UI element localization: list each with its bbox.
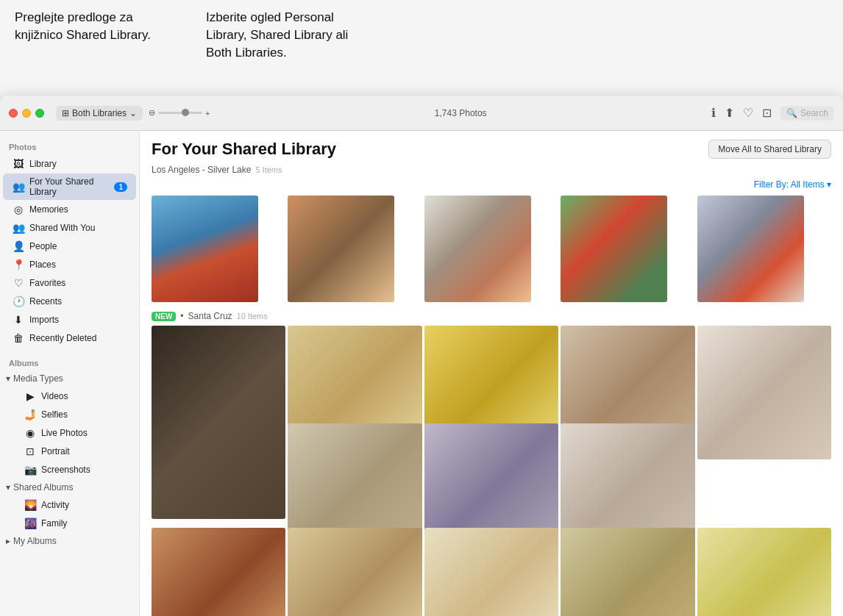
- search-icon: 🔍: [786, 108, 797, 118]
- videos-icon: ▶: [24, 390, 37, 402]
- imports-icon: ⬇: [12, 314, 25, 326]
- screenshots-icon: 📷: [24, 464, 37, 476]
- sidebar-item-memories[interactable]: ◎ Memories: [3, 201, 136, 218]
- photo-cell[interactable]: [697, 528, 831, 616]
- zoom-out-icon[interactable]: ⊖: [149, 108, 155, 118]
- portrait-icon: ⊡: [24, 445, 37, 457]
- places-icon: 📍: [12, 259, 25, 271]
- photo-area: For Your Shared Library Move All to Shar…: [140, 131, 843, 616]
- chevron-right-icon: ▸: [6, 536, 10, 546]
- photo-cell[interactable]: [288, 196, 394, 302]
- sidebar-shared-albums-group[interactable]: ▾ Shared Albums: [0, 479, 139, 495]
- zoom-slider[interactable]: [158, 112, 202, 114]
- sidebar-label-activity: Activity: [41, 500, 127, 510]
- heart-icon[interactable]: ♡: [743, 106, 753, 120]
- family-icon: 🌆: [24, 517, 37, 529]
- sidebar-label-favorites: Favorites: [29, 278, 127, 288]
- photo-cell[interactable]: [152, 196, 258, 302]
- sidebar-label-videos: Videos: [41, 391, 127, 401]
- section2-count: 10 Items: [237, 312, 268, 320]
- info-icon[interactable]: ℹ: [711, 106, 716, 120]
- sidebar-item-screenshots[interactable]: 📷 Screenshots: [3, 461, 136, 479]
- search-placeholder: Search: [800, 108, 828, 118]
- photo-cell[interactable]: [152, 528, 285, 616]
- shared-library-badge: 1: [114, 182, 127, 192]
- library-selector[interactable]: ⊞ Both Libraries ⌄: [56, 106, 143, 121]
- close-button[interactable]: [9, 109, 18, 118]
- tooltip-area: Preglejte predloge za knjižnico Shared L…: [0, 0, 843, 96]
- sidebar-item-favorites[interactable]: ♡ Favorites: [3, 274, 136, 292]
- selfies-icon: 🤳: [24, 409, 37, 420]
- search-bar[interactable]: 🔍 Search: [780, 106, 834, 121]
- sidebar-item-videos[interactable]: ▶ Videos: [3, 387, 136, 405]
- sidebar-label-family: Family: [41, 518, 127, 529]
- zoom-thumb: [182, 109, 189, 116]
- sidebar-item-places[interactable]: 📍 Places: [3, 256, 136, 273]
- app-window: ⊞ Both Libraries ⌄ ⊖ + 1,743 Photos ℹ ⬆ …: [0, 96, 843, 616]
- shared-with-you-icon: 👥: [12, 222, 25, 234]
- photo-cell[interactable]: [152, 326, 285, 519]
- sidebar-media-types-group[interactable]: ▾ Media Types: [0, 370, 139, 387]
- sidebar-label-people: People: [29, 241, 127, 251]
- photos-section-title: Photos: [0, 137, 139, 154]
- photo-cell[interactable]: [288, 528, 422, 616]
- sidebar-label-places: Places: [29, 259, 127, 270]
- sidebar-item-activity[interactable]: 🌄 Activity: [3, 496, 136, 514]
- chevron-down-icon: ⌄: [129, 108, 137, 118]
- toolbar-right: ℹ ⬆ ♡ ⊡ 🔍 Search: [711, 106, 834, 121]
- sidebar-item-library[interactable]: 🖼 Library: [3, 155, 136, 173]
- sidebar-item-recently-deleted[interactable]: 🗑 Recently Deleted: [3, 329, 136, 347]
- page-title: For Your Shared Library: [152, 140, 336, 159]
- tooltip-right: Izberite ogled Personal Library, Shared …: [206, 9, 368, 87]
- photo-cell[interactable]: [697, 196, 804, 302]
- my-albums-label: My Albums: [13, 536, 57, 546]
- sidebar-label-library: Library: [29, 159, 127, 169]
- sidebar-item-shared-with-you[interactable]: 👥 Shared With You: [3, 219, 136, 237]
- sidebar-item-selfies[interactable]: 🤳 Selfies: [3, 406, 136, 423]
- filter-bar[interactable]: Filter By: All Items ▾: [152, 179, 831, 190]
- section1-label: Los Angeles - Silver Lake 5 Items: [152, 165, 831, 175]
- activity-icon: 🌄: [24, 499, 37, 511]
- zoom-control: ⊖ +: [149, 108, 210, 118]
- library-icon: 🖼: [12, 158, 25, 170]
- share-icon[interactable]: ⬆: [725, 106, 734, 120]
- live-photos-icon: ◉: [24, 427, 37, 439]
- new-badge: NEW: [152, 312, 176, 321]
- memories-icon: ◎: [12, 204, 25, 215]
- sidebar-item-for-shared-library[interactable]: 👥 For Your Shared Library 1: [3, 173, 136, 200]
- bullet: •: [180, 311, 183, 321]
- photo-grid-section2-bottom: [152, 528, 831, 616]
- photo-cell[interactable]: [424, 196, 531, 302]
- section1-count: 5 Items: [255, 165, 282, 174]
- move-all-button[interactable]: Move All to Shared Library: [708, 140, 831, 159]
- photo-cell[interactable]: [561, 528, 694, 616]
- photo-count: 1,743 Photos: [435, 108, 487, 118]
- sidebar-item-family[interactable]: 🌆 Family: [3, 515, 136, 532]
- section2-label: NEW • Santa Cruz 10 Items: [152, 311, 831, 321]
- sidebar-label-portrait: Portrait: [41, 446, 127, 456]
- photo-cell[interactable]: [561, 196, 667, 302]
- chevron-down-icon: ▾: [6, 482, 10, 493]
- people-icon: 👤: [12, 240, 25, 252]
- zoom-in-icon[interactable]: +: [205, 109, 210, 118]
- shared-albums-label: Shared Albums: [13, 482, 73, 493]
- section2-location: Santa Cruz: [188, 311, 232, 321]
- sidebar: Photos 🖼 Library 👥 For Your Shared Libra…: [0, 131, 140, 616]
- recents-icon: 🕐: [12, 296, 25, 307]
- photo-cell[interactable]: [424, 528, 558, 616]
- title-bar: ⊞ Both Libraries ⌄ ⊖ + 1,743 Photos ℹ ⬆ …: [0, 96, 843, 131]
- minimize-button[interactable]: [22, 109, 31, 118]
- sidebar-item-imports[interactable]: ⬇ Imports: [3, 311, 136, 329]
- photo-area-header: For Your Shared Library Move All to Shar…: [152, 140, 831, 159]
- maximize-button[interactable]: [35, 109, 44, 118]
- sidebar-item-portrait[interactable]: ⊡ Portrait: [3, 443, 136, 460]
- favorites-icon: ♡: [12, 277, 25, 289]
- sidebar-item-live-photos[interactable]: ◉ Live Photos: [3, 424, 136, 442]
- sidebar-item-recents[interactable]: 🕐 Recents: [3, 293, 136, 310]
- photo-cell[interactable]: [697, 326, 831, 459]
- rotate-icon[interactable]: ⊡: [762, 106, 772, 120]
- sidebar-my-albums-group[interactable]: ▸ My Albums: [0, 533, 139, 549]
- photo-grid-section2-top: [152, 326, 831, 519]
- sidebar-item-people[interactable]: 👤 People: [3, 237, 136, 255]
- tooltip-left: Preglejte predloge za knjižnico Shared L…: [15, 9, 177, 87]
